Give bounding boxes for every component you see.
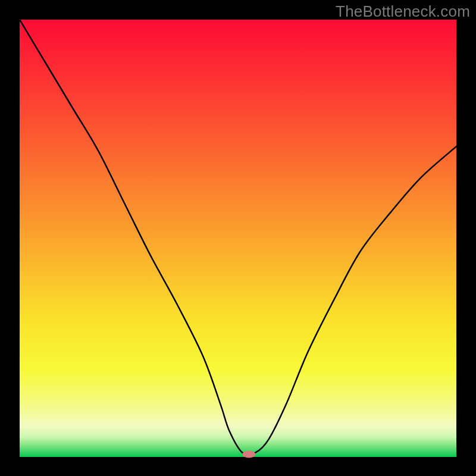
plot-background	[20, 20, 456, 457]
optimum-marker	[242, 451, 255, 458]
chart-container: TheBottleneck.com	[0, 0, 476, 476]
bottleneck-chart	[0, 0, 476, 476]
watermark-text: TheBottleneck.com	[336, 2, 470, 21]
